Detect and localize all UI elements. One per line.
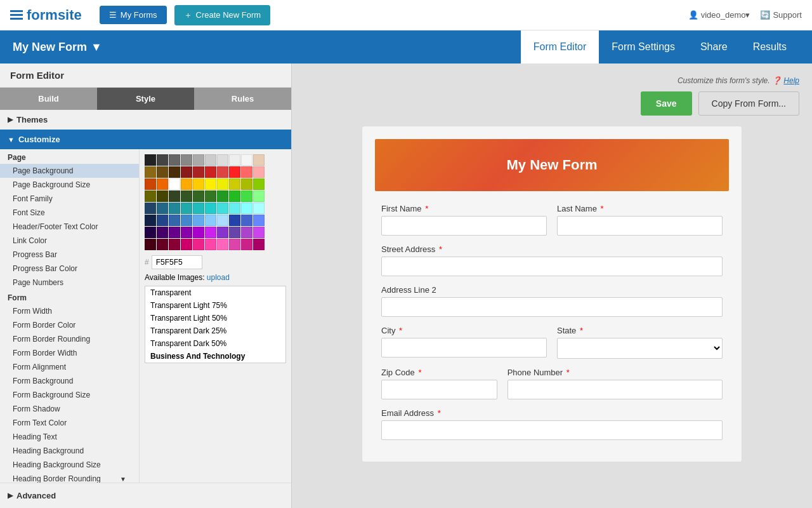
color-swatch[interactable] bbox=[193, 239, 204, 250]
color-swatch[interactable] bbox=[253, 166, 265, 178]
save-button[interactable]: Save bbox=[641, 91, 692, 116]
color-swatch[interactable] bbox=[145, 227, 156, 238]
state-select[interactable] bbox=[557, 338, 723, 359]
color-swatch[interactable] bbox=[229, 203, 240, 214]
color-swatch[interactable] bbox=[193, 190, 204, 202]
color-swatch[interactable] bbox=[241, 239, 252, 250]
color-swatch[interactable] bbox=[157, 178, 168, 190]
color-swatch[interactable] bbox=[253, 154, 265, 166]
color-swatch[interactable] bbox=[205, 166, 216, 178]
color-swatch[interactable] bbox=[253, 215, 265, 226]
color-swatch[interactable] bbox=[157, 239, 168, 250]
color-swatch[interactable] bbox=[181, 227, 192, 238]
prop-form-width[interactable]: Form Width bbox=[0, 304, 139, 318]
color-swatch[interactable] bbox=[253, 190, 265, 202]
color-swatch[interactable] bbox=[169, 239, 180, 250]
color-swatch[interactable] bbox=[241, 178, 252, 190]
color-swatch[interactable] bbox=[169, 215, 180, 226]
prop-font-family[interactable]: Font Family bbox=[0, 192, 139, 206]
color-swatch[interactable] bbox=[217, 166, 228, 178]
prop-form-border-color[interactable]: Form Border Color bbox=[0, 318, 139, 332]
color-swatch[interactable] bbox=[229, 215, 240, 226]
first-name-input[interactable] bbox=[381, 216, 547, 236]
image-list-scroll[interactable]: Transparent Transparent Light 75% Transp… bbox=[145, 286, 285, 363]
color-swatch[interactable] bbox=[181, 203, 192, 214]
color-swatch[interactable] bbox=[193, 203, 204, 214]
prop-progress-bar-color[interactable]: Progress Bar Color bbox=[0, 262, 139, 276]
color-swatch[interactable] bbox=[253, 203, 265, 214]
upload-link[interactable]: upload bbox=[207, 273, 230, 282]
color-swatch[interactable] bbox=[157, 203, 168, 214]
prop-form-background[interactable]: Form Background bbox=[0, 374, 139, 388]
color-swatch[interactable] bbox=[181, 154, 192, 166]
color-swatch[interactable] bbox=[241, 166, 252, 178]
color-swatch[interactable] bbox=[145, 190, 156, 202]
color-swatch[interactable] bbox=[241, 227, 252, 238]
color-swatch[interactable] bbox=[181, 239, 192, 250]
color-swatch[interactable] bbox=[145, 203, 156, 214]
prop-page-background[interactable]: Page Background bbox=[0, 164, 139, 178]
color-swatch[interactable] bbox=[205, 154, 216, 166]
tab-rules[interactable]: Rules bbox=[194, 88, 291, 110]
tab-style[interactable]: Style bbox=[97, 88, 194, 110]
copy-from-form-button[interactable]: Copy From Form... bbox=[698, 91, 799, 116]
color-swatch[interactable] bbox=[181, 215, 192, 226]
color-swatch[interactable] bbox=[205, 227, 216, 238]
color-swatch[interactable] bbox=[229, 166, 240, 178]
color-swatch[interactable] bbox=[217, 227, 228, 238]
prop-heading-background[interactable]: Heading Background bbox=[0, 444, 139, 458]
color-swatch[interactable] bbox=[217, 154, 228, 166]
address2-input[interactable] bbox=[381, 297, 723, 317]
tab-share[interactable]: Share bbox=[688, 30, 740, 64]
support-link[interactable]: 🔄 Support bbox=[760, 10, 802, 20]
themes-section-header[interactable]: ▶ Themes bbox=[0, 110, 291, 130]
color-swatch[interactable] bbox=[145, 215, 156, 226]
image-option-transparent-light-75[interactable]: Transparent Light 75% bbox=[145, 299, 285, 312]
prop-progress-bar[interactable]: Progress Bar bbox=[0, 248, 139, 262]
color-swatch[interactable] bbox=[145, 166, 156, 178]
color-swatch[interactable] bbox=[193, 178, 204, 190]
color-swatch[interactable] bbox=[193, 166, 204, 178]
city-input[interactable] bbox=[381, 338, 547, 358]
image-option-transparent-dark-50[interactable]: Transparent Dark 50% bbox=[145, 337, 285, 350]
tab-results[interactable]: Results bbox=[740, 30, 799, 64]
customize-section-header[interactable]: ▼ Customize bbox=[0, 130, 291, 149]
prop-heading-background-size[interactable]: Heading Background Size bbox=[0, 458, 139, 472]
color-swatch[interactable] bbox=[181, 166, 192, 178]
user-menu[interactable]: 👤 video_demo▾ bbox=[688, 10, 750, 20]
color-swatch[interactable] bbox=[157, 215, 168, 226]
prop-form-background-size[interactable]: Form Background Size bbox=[0, 388, 139, 402]
color-swatch[interactable] bbox=[229, 154, 240, 166]
advanced-section-header[interactable]: ▶ Advanced bbox=[8, 488, 284, 503]
color-swatch[interactable] bbox=[205, 203, 216, 214]
color-swatch[interactable] bbox=[169, 203, 180, 214]
help-link[interactable]: Help bbox=[783, 76, 799, 85]
color-swatch[interactable] bbox=[157, 154, 168, 166]
form-title-chevron[interactable]: ▼ bbox=[91, 41, 102, 54]
color-swatch[interactable] bbox=[181, 190, 192, 202]
color-swatch[interactable] bbox=[181, 178, 192, 190]
last-name-input[interactable] bbox=[557, 216, 723, 236]
color-swatch[interactable] bbox=[229, 178, 240, 190]
color-swatch[interactable] bbox=[169, 154, 180, 166]
color-hex-input[interactable] bbox=[152, 255, 202, 269]
image-option-transparent-dark-25[interactable]: Transparent Dark 25% bbox=[145, 324, 285, 337]
color-swatch[interactable] bbox=[157, 166, 168, 178]
color-swatch[interactable] bbox=[193, 215, 204, 226]
color-swatch[interactable] bbox=[217, 203, 228, 214]
color-swatch[interactable] bbox=[253, 178, 265, 190]
prop-header-footer-text-color[interactable]: Header/Footer Text Color bbox=[0, 220, 139, 234]
image-option-transparent-light-50[interactable]: Transparent Light 50% bbox=[145, 312, 285, 324]
color-swatch[interactable] bbox=[229, 239, 240, 250]
prop-font-size[interactable]: Font Size bbox=[0, 206, 139, 220]
street-input[interactable] bbox=[381, 257, 723, 276]
prop-form-text-color[interactable]: Form Text Color bbox=[0, 416, 139, 430]
color-swatch[interactable] bbox=[217, 190, 228, 202]
color-swatch[interactable] bbox=[169, 178, 180, 190]
prop-page-background-size[interactable]: Page Background Size bbox=[0, 178, 139, 192]
color-swatch[interactable] bbox=[145, 154, 156, 166]
tab-build[interactable]: Build bbox=[0, 88, 97, 110]
prop-heading-border-rounding[interactable]: Heading Border Rounding ▼ bbox=[0, 472, 139, 483]
color-swatch[interactable] bbox=[145, 178, 156, 190]
color-swatch[interactable] bbox=[169, 190, 180, 202]
